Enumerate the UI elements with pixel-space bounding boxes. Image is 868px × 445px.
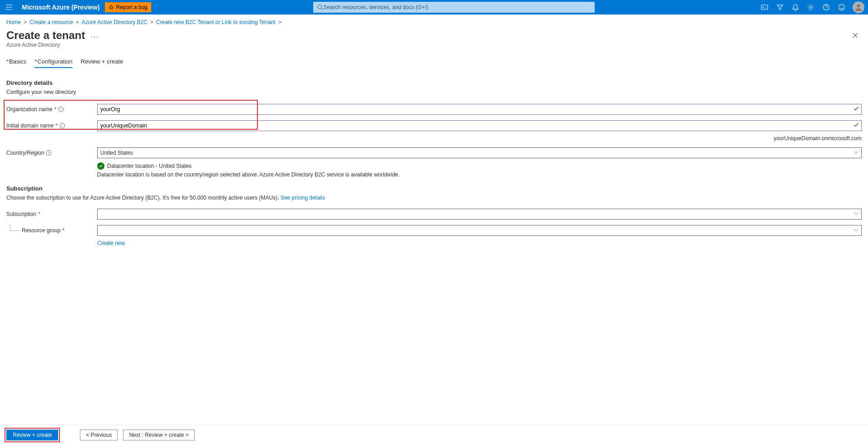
tab-basics-label: Basics bbox=[9, 58, 26, 65]
breadcrumb-home[interactable]: Home bbox=[6, 19, 21, 25]
notifications-icon[interactable] bbox=[788, 0, 803, 15]
page-title: Create a tenant bbox=[6, 29, 85, 42]
svg-point-7 bbox=[843, 6, 843, 7]
review-create-button[interactable]: Review + create bbox=[6, 430, 58, 440]
org-name-label: Organization name* i bbox=[6, 106, 97, 112]
domain-name-input[interactable] bbox=[97, 120, 862, 131]
help-icon[interactable] bbox=[819, 0, 833, 15]
breadcrumb-aad-b2c[interactable]: Azure Active Directory B2C bbox=[82, 19, 148, 25]
report-bug-button[interactable]: Report a bug bbox=[105, 2, 151, 12]
more-actions-icon[interactable]: ··· bbox=[90, 29, 99, 41]
subscription-select[interactable] bbox=[97, 209, 862, 220]
info-icon[interactable]: i bbox=[59, 123, 65, 128]
svg-point-6 bbox=[840, 6, 841, 7]
datacenter-note: Datacenter location is based on the coun… bbox=[97, 171, 862, 178]
tab-basics[interactable]: *Basics bbox=[6, 55, 26, 68]
hamburger-menu-icon[interactable] bbox=[4, 2, 15, 13]
wizard-footer: Review + create < Previous Next : Review… bbox=[0, 425, 868, 445]
domain-suffix: yourUniqueDomain.onmicrosoft.com bbox=[97, 135, 862, 142]
datacenter-location-text: Datacenter location - United States bbox=[107, 163, 192, 169]
top-bar: Microsoft Azure (Preview) Report a bug bbox=[0, 0, 868, 15]
pricing-details-link[interactable]: See pricing details bbox=[281, 195, 325, 201]
directory-section-desc: Configure your new directory bbox=[6, 89, 862, 95]
cloud-shell-icon[interactable] bbox=[757, 0, 772, 15]
directory-section-title: Directory details bbox=[6, 79, 862, 86]
svg-point-3 bbox=[810, 6, 812, 8]
close-blade-button[interactable] bbox=[849, 29, 862, 42]
valid-check-icon bbox=[853, 106, 859, 113]
bug-icon bbox=[108, 5, 114, 10]
domain-name-label: Initial domain name* i bbox=[6, 122, 97, 129]
chevron-down-icon bbox=[854, 150, 858, 156]
brand-label[interactable]: Microsoft Azure (Preview) bbox=[22, 4, 99, 11]
previous-button[interactable]: < Previous bbox=[80, 430, 118, 440]
country-region-select[interactable]: United States bbox=[97, 147, 862, 158]
valid-check-icon bbox=[853, 122, 859, 129]
wizard-tabs: *Basics *Configuration Review + create bbox=[0, 53, 868, 68]
search-icon bbox=[317, 4, 323, 10]
search-input[interactable] bbox=[323, 4, 591, 10]
info-icon[interactable]: i bbox=[46, 150, 51, 156]
chevron-down-icon bbox=[854, 211, 858, 217]
success-check-icon bbox=[97, 162, 104, 170]
breadcrumb: Home> Create a resource> Azure Active Di… bbox=[0, 15, 868, 27]
country-region-value: United States bbox=[100, 150, 133, 156]
org-name-input[interactable] bbox=[97, 104, 862, 115]
breadcrumb-create-tenant[interactable]: Create new B2C Tenant or Link to existin… bbox=[156, 19, 276, 25]
chevron-down-icon bbox=[854, 227, 858, 234]
svg-rect-2 bbox=[761, 5, 768, 10]
report-bug-label: Report a bug bbox=[116, 4, 147, 10]
settings-gear-icon[interactable] bbox=[804, 0, 818, 15]
tab-configuration-label: Configuration bbox=[37, 58, 72, 65]
feedback-icon[interactable] bbox=[834, 0, 849, 15]
svg-point-5 bbox=[839, 5, 845, 10]
tree-indent-icon bbox=[10, 225, 19, 231]
resource-group-label: Resource group* bbox=[22, 227, 97, 234]
svg-point-0 bbox=[110, 6, 113, 9]
page-subtitle: Azure Active Directory bbox=[0, 42, 868, 53]
country-region-label: Country/Region i bbox=[6, 150, 97, 156]
svg-point-8 bbox=[857, 5, 860, 8]
subscription-section-desc: Choose the subscription to use for Azure… bbox=[6, 195, 862, 201]
tab-review-create[interactable]: Review + create bbox=[81, 55, 123, 68]
tab-review-create-label: Review + create bbox=[81, 58, 123, 65]
breadcrumb-create-resource[interactable]: Create a resource bbox=[30, 19, 73, 25]
tab-configuration[interactable]: *Configuration bbox=[35, 55, 72, 68]
form-content: Directory details Configure your new dir… bbox=[0, 68, 868, 445]
global-search[interactable] bbox=[313, 2, 595, 13]
create-new-rg-link[interactable]: Create new bbox=[97, 240, 125, 246]
subscription-label: Subscription* bbox=[6, 211, 97, 217]
directories-filter-icon[interactable] bbox=[773, 0, 787, 15]
info-icon[interactable]: i bbox=[58, 107, 64, 112]
next-button[interactable]: Next : Review + create > bbox=[123, 430, 194, 440]
user-avatar[interactable] bbox=[853, 1, 864, 13]
resource-group-select[interactable] bbox=[97, 225, 862, 236]
svg-point-1 bbox=[318, 5, 322, 9]
subscription-section-title: Subscription bbox=[6, 185, 862, 192]
